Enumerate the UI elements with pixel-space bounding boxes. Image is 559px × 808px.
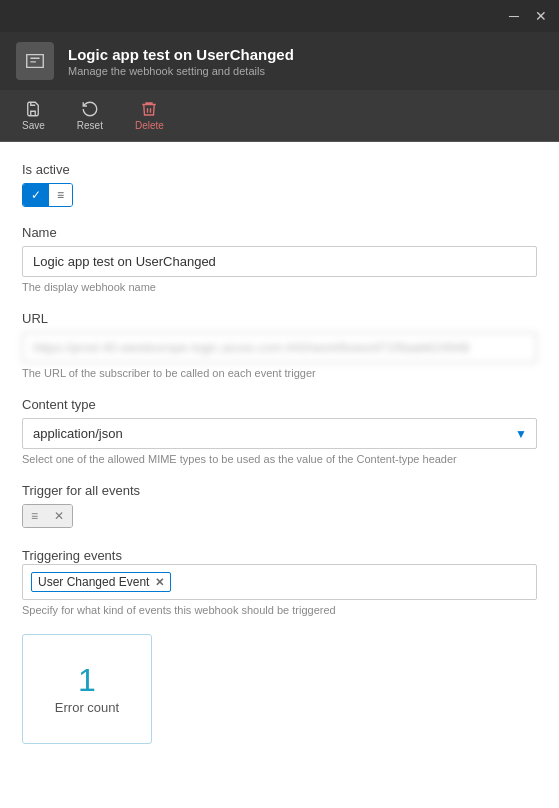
page-subtitle: Manage the webhook setting and details bbox=[68, 65, 294, 77]
name-hint: The display webhook name bbox=[22, 281, 537, 293]
save-label: Save bbox=[22, 120, 45, 131]
name-section: Name The display webhook name bbox=[22, 225, 537, 293]
page-title: Logic app test on UserChanged bbox=[68, 46, 294, 63]
url-label: URL bbox=[22, 311, 537, 326]
title-bar: ─ ✕ bbox=[0, 0, 559, 32]
trigger-x-symbol: ✕ bbox=[54, 509, 64, 523]
error-count-box: 1 Error count bbox=[22, 634, 152, 744]
trigger-all-label: Trigger for all events bbox=[22, 483, 537, 498]
close-button[interactable]: ✕ bbox=[531, 7, 551, 25]
header-text: Logic app test on UserChanged Manage the… bbox=[68, 46, 294, 77]
trigger-x-part[interactable]: ✕ bbox=[46, 505, 72, 527]
is-active-label: Is active bbox=[22, 162, 537, 177]
toolbar: Save Reset Delete bbox=[0, 90, 559, 142]
name-input[interactable] bbox=[22, 246, 537, 277]
name-label: Name bbox=[22, 225, 537, 240]
title-bar-controls: ─ ✕ bbox=[505, 7, 551, 25]
url-hint: The URL of the subscriber to be called o… bbox=[22, 367, 537, 379]
error-count-number: 1 bbox=[78, 664, 96, 696]
reset-button[interactable]: Reset bbox=[71, 96, 109, 135]
delete-button[interactable]: Delete bbox=[129, 96, 170, 135]
minimize-button[interactable]: ─ bbox=[505, 7, 523, 25]
content-area: Is active ✓ ≡ Name The display webhook n… bbox=[0, 142, 559, 808]
header: Logic app test on UserChanged Manage the… bbox=[0, 32, 559, 90]
is-active-section: Is active ✓ ≡ bbox=[22, 162, 537, 207]
app-icon bbox=[16, 42, 54, 80]
trigger-all-section: Trigger for all events ≡ ✕ bbox=[22, 483, 537, 528]
triggering-events-hint: Specify for what kind of events this web… bbox=[22, 604, 537, 616]
trigger-all-toggle[interactable]: ≡ ✕ bbox=[22, 504, 537, 528]
is-active-toggle[interactable]: ✓ ≡ bbox=[22, 183, 537, 207]
error-count-section: 1 Error count bbox=[22, 634, 537, 744]
content-type-section: Content type application/json applicatio… bbox=[22, 397, 537, 465]
toggle-lines-part[interactable]: ≡ bbox=[49, 184, 72, 206]
trigger-lines-symbol: ≡ bbox=[31, 509, 38, 523]
check-symbol: ✓ bbox=[31, 188, 41, 202]
content-type-select[interactable]: application/json application/xml text/pl… bbox=[22, 418, 537, 449]
trigger-lines-part[interactable]: ≡ bbox=[23, 505, 46, 527]
event-tag-label: User Changed Event bbox=[38, 575, 149, 589]
content-type-hint: Select one of the allowed MIME types to … bbox=[22, 453, 537, 465]
url-input[interactable]: https://prod-40.westeurope.logic.azure.c… bbox=[22, 332, 537, 363]
reset-label: Reset bbox=[77, 120, 103, 131]
content-type-label: Content type bbox=[22, 397, 537, 412]
content-type-wrapper: application/json application/xml text/pl… bbox=[22, 418, 537, 449]
save-button[interactable]: Save bbox=[16, 96, 51, 135]
trigger-all-toggle-control[interactable]: ≡ ✕ bbox=[22, 504, 73, 528]
active-toggle-control[interactable]: ✓ ≡ bbox=[22, 183, 73, 207]
lines-symbol: ≡ bbox=[57, 188, 64, 202]
toggle-check-part[interactable]: ✓ bbox=[23, 184, 49, 206]
event-tag: User Changed Event ✕ bbox=[31, 572, 171, 592]
url-section: URL https://prod-40.westeurope.logic.azu… bbox=[22, 311, 537, 379]
triggering-events-label: Triggering events bbox=[22, 548, 122, 563]
triggering-events-section: Triggering events User Changed Event ✕ S… bbox=[22, 546, 537, 616]
event-tag-remove[interactable]: ✕ bbox=[155, 576, 164, 589]
delete-label: Delete bbox=[135, 120, 164, 131]
error-count-label: Error count bbox=[55, 700, 119, 715]
triggering-events-tags[interactable]: User Changed Event ✕ bbox=[22, 564, 537, 600]
